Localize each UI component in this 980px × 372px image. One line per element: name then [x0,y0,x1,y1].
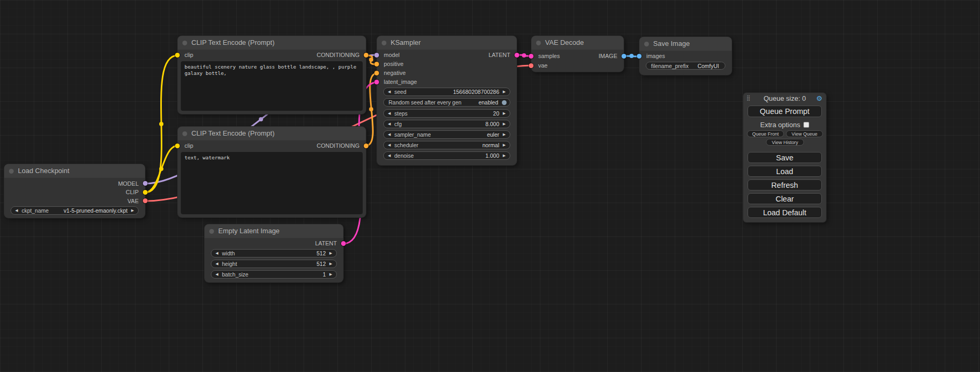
collapse-dot-icon[interactable] [644,42,649,46]
queue-prompt-button[interactable]: Queue Prompt [748,106,822,117]
widget-value: 512 [316,261,326,267]
load-button[interactable]: Load [748,166,822,177]
sampler-name-widget[interactable]: ◀ sampler_name euler ▶ [383,130,510,139]
prompt-textarea[interactable]: beautiful scenery nature glass bottle la… [181,61,363,111]
view-history-button[interactable]: View History [766,139,804,146]
increment-icon[interactable]: ▶ [502,90,507,94]
height-widget[interactable]: ◀ height 512 ▶ [211,260,337,268]
collapse-dot-icon[interactable] [382,41,386,45]
node-title-bar[interactable]: VAE Decode [531,36,624,50]
collapse-dot-icon[interactable] [182,131,187,136]
node-title-bar[interactable]: KSampler [377,36,517,50]
output-port-latent[interactable] [515,53,519,58]
output-port-image[interactable] [622,54,626,59]
prev-value-icon[interactable]: ◀ [387,132,392,137]
input-port-clip[interactable] [175,53,180,58]
port-label-latent: LATENT [489,51,510,59]
port-label-model: model [384,51,400,59]
increment-icon[interactable]: ▶ [328,262,333,266]
input-port-negative[interactable] [374,71,379,75]
decrement-icon[interactable]: ◀ [387,111,392,116]
decrement-icon[interactable]: ◀ [387,122,392,126]
node-clip-text-encode-positive[interactable]: CLIP Text Encode (Prompt) clip CONDITION… [178,36,366,114]
node-empty-latent-image[interactable]: Empty Latent Image LATENT ◀ width 512 ▶ … [205,224,343,282]
queue-front-button[interactable]: Queue Front [747,130,784,137]
collapse-dot-icon[interactable] [9,169,14,174]
collapse-dot-icon[interactable] [182,41,187,45]
scheduler-widget[interactable]: ◀ scheduler normal ▶ [383,141,510,149]
increment-icon[interactable]: ▶ [328,272,333,276]
input-port-latent-image[interactable] [374,80,379,84]
port-label-negative: negative [384,69,406,77]
input-port-images[interactable] [637,54,642,59]
node-vae-decode[interactable]: VAE Decode samples vae IMAGE [531,36,624,72]
widget-value: 156680208700286 [453,89,499,95]
prev-value-icon[interactable]: ◀ [14,208,19,213]
ckpt-name-widget[interactable]: ◀ ckpt_name v1-5-pruned-emaonly.ckpt ▶ [11,206,139,215]
node-load-checkpoint[interactable]: Load Checkpoint MODEL CLIP VAE ◀ ckpt_na… [4,164,145,218]
node-title: VAE Decode [545,39,584,46]
input-port-clip[interactable] [175,144,180,148]
seed-widget[interactable]: ◀ seed 156680208700286 ▶ [383,88,510,96]
output-port-vae[interactable] [143,198,148,203]
node-title-bar[interactable]: CLIP Text Encode (Prompt) [178,36,366,50]
output-port-clip[interactable] [143,190,148,195]
toggle-knob-icon[interactable] [502,100,507,105]
prev-value-icon[interactable]: ◀ [387,143,392,147]
steps-widget[interactable]: ◀ steps 20 ▶ [383,109,510,118]
node-title-bar[interactable]: Empty Latent Image [205,224,343,238]
output-port-model[interactable] [143,181,148,186]
input-port-model[interactable] [374,53,379,58]
node-title-bar[interactable]: CLIP Text Encode (Prompt) [178,127,366,140]
next-value-icon[interactable]: ▶ [502,143,507,147]
output-port-latent[interactable] [341,241,346,246]
decrement-icon[interactable]: ◀ [387,154,392,158]
node-save-image[interactable]: Save Image images filename_prefix ComfyU… [639,37,732,75]
save-button[interactable]: Save [748,152,822,163]
widget-value: 1 [323,271,326,278]
load-default-button[interactable]: Load Default [748,207,822,218]
width-widget[interactable]: ◀ width 512 ▶ [211,249,337,257]
port-label-images: images [646,52,665,60]
refresh-button[interactable]: Refresh [748,179,822,190]
widget-label: cfg [394,121,402,127]
next-value-icon[interactable]: ▶ [130,208,135,213]
decrement-icon[interactable]: ◀ [215,251,219,255]
increment-icon[interactable]: ▶ [502,122,507,126]
node-ksampler[interactable]: KSampler model positive negative latent_… [377,36,517,165]
widget-label: steps [394,110,407,117]
collapse-dot-icon[interactable] [536,41,541,45]
clear-button[interactable]: Clear [748,193,822,204]
denoise-widget[interactable]: ◀ denoise 1.000 ▶ [383,151,510,160]
input-port-samples[interactable] [529,54,533,59]
output-port-conditioning[interactable] [364,53,368,58]
queue-panel-header: ⣿ Queue size: 0 ⚙ [743,93,826,104]
next-value-icon[interactable]: ▶ [502,132,507,137]
node-graph-canvas[interactable]: Load Checkpoint MODEL CLIP VAE ◀ ckpt_na… [0,0,980,372]
node-title: Save Image [653,40,690,47]
random-seed-toggle-widget[interactable]: Random seed after every gen enabled [383,98,510,107]
node-title-bar[interactable]: Save Image [639,37,732,51]
settings-gear-icon[interactable]: ⚙ [816,94,822,103]
widget-label: denoise [394,152,414,159]
node-title-bar[interactable]: Load Checkpoint [4,164,145,178]
increment-icon[interactable]: ▶ [502,154,507,158]
collapse-dot-icon[interactable] [209,229,214,234]
input-port-positive[interactable] [374,62,379,66]
extra-options-checkbox[interactable] [803,122,809,128]
increment-icon[interactable]: ▶ [328,251,333,255]
prompt-textarea[interactable]: text, watermark [181,152,363,214]
input-port-vae[interactable] [529,63,533,68]
batch-size-widget[interactable]: ◀ batch_size 1 ▶ [211,270,337,279]
decrement-icon[interactable]: ◀ [387,90,392,94]
output-port-conditioning[interactable] [364,144,368,148]
decrement-icon[interactable]: ◀ [215,262,219,266]
widget-label: filename_prefix [651,63,688,69]
decrement-icon[interactable]: ◀ [215,272,219,276]
widget-label: ckpt_name [22,207,48,214]
node-clip-text-encode-negative[interactable]: CLIP Text Encode (Prompt) clip CONDITION… [178,127,366,217]
cfg-widget[interactable]: ◀ cfg 8.000 ▶ [383,120,510,128]
view-queue-button[interactable]: View Queue [786,130,823,137]
increment-icon[interactable]: ▶ [502,111,507,116]
filename-prefix-widget[interactable]: filename_prefix ComfyUI [646,62,725,70]
